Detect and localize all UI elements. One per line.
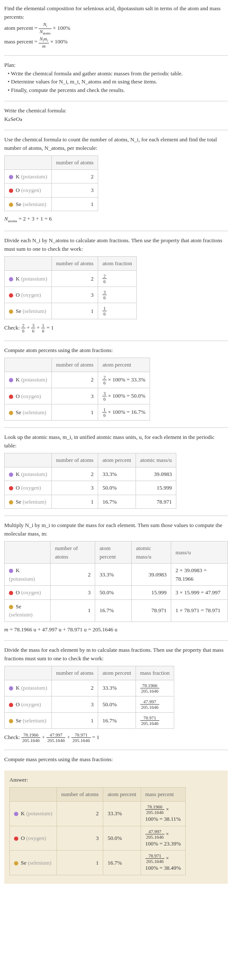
table-row: Se (selenium)116.7%78.9711 × 78.971 = 78… (5, 599, 228, 622)
element-swatch-icon (9, 175, 13, 179)
table-row: K (potassium)233.3%39.09832 × 39.0983 = … (5, 564, 228, 586)
col-header: number of atoms (52, 453, 98, 467)
formula-block: Write the chemical formula: K₂SeO₃ (4, 106, 228, 123)
col-header: atomic mass/u (132, 542, 171, 564)
col-header: number of atoms (52, 257, 98, 271)
element-swatch-icon (9, 605, 13, 609)
mult-table: number of atomsatom percentatomic mass/u… (4, 541, 228, 622)
table-row: K (potassium)226 (5, 270, 137, 287)
col-header: number of atoms (51, 542, 95, 564)
answer-heading: Answer: (9, 776, 223, 784)
col-header: number of atoms (52, 666, 98, 680)
col-header: atom percent (98, 453, 136, 467)
col-header: number of atoms (57, 788, 103, 802)
table-row: K (potassium)233.3%78.1966205.1646 × 100… (10, 801, 186, 826)
plan-item: • Write the chemical formula and gather … (4, 69, 228, 78)
atomfrac-block: Divide each N_i by N_atoms to calculate … (4, 236, 228, 333)
divider (4, 516, 228, 516)
table-row: Se (selenium)116.7%78.971205.1646 × 100%… (10, 851, 186, 875)
table-row: O (oxygen)350.0%47.997205.1646 (5, 696, 174, 712)
chemical-formula: K₂SeO₃ (4, 115, 228, 123)
element-swatch-icon (9, 378, 13, 382)
col-header: atomic mass/u (136, 453, 176, 467)
table-row: Se (selenium)116.7%78.971205.1646 (5, 712, 174, 728)
col-header: atom fraction (98, 257, 137, 271)
divider (4, 101, 228, 101)
element-swatch-icon (9, 277, 13, 281)
col-header: atom percent (95, 542, 132, 564)
massfrac-heading: Divide the mass for each element by m to… (4, 646, 228, 662)
element-swatch-icon (9, 411, 13, 415)
answer-box: Answer: number of atomsatom percentmass … (4, 771, 228, 884)
n-atoms-total: Natoms = 2 + 3 + 1 = 6 (4, 215, 228, 224)
plan-heading: Plan: (4, 61, 228, 69)
table-row: O (oxygen)3 (5, 183, 98, 198)
element-swatch-icon (14, 812, 18, 816)
intro-block: Find the elemental composition for selen… (4, 4, 228, 49)
divider (4, 750, 228, 750)
massfrac-check: Check: 78.1966205.1646 + 47.997205.1646 … (4, 732, 228, 743)
divider (4, 640, 228, 641)
mass-table: number of atomsatom percentatomic mass/u… (4, 453, 176, 509)
element-swatch-icon (9, 203, 13, 207)
col-header: mass/u (171, 542, 228, 564)
element-swatch-icon (9, 591, 13, 595)
col-header: atom percent (98, 666, 136, 680)
atompct-table: number of atomsatom percent K (potassium… (4, 358, 150, 421)
element-swatch-icon (14, 861, 18, 865)
divider (4, 341, 228, 341)
element-swatch-icon (9, 309, 13, 314)
plan-item: • Finally, compute the percents and chec… (4, 86, 228, 95)
table-row: Se (selenium)116.7%78.971 (5, 495, 176, 509)
mult-heading: Multiply N_i by m_i to compute the mass … (4, 521, 228, 538)
massfrac-block: Divide the mass for each element by m to… (4, 646, 228, 743)
table-row: K (potassium)233.3%39.0983 (5, 467, 176, 481)
element-swatch-icon (9, 486, 13, 490)
atomfrac-heading: Divide each N_i by N_atoms to calculate … (4, 236, 228, 253)
mass-percent-formula: mass percent = Nimim × 100% (4, 36, 228, 49)
col-header: number of atoms (52, 358, 98, 372)
element-swatch-icon (9, 189, 13, 193)
table-row: K (potassium)226 × 100% = 33.3% (5, 372, 150, 388)
col-header: atom percent (98, 358, 150, 372)
table-row: O (oxygen)350.0%15.999 (5, 481, 176, 495)
col-header: number of atoms (52, 156, 98, 170)
molecular-mass-total: m = 78.1966 u + 47.997 u + 78.971 u = 20… (4, 625, 228, 634)
divider (4, 231, 228, 231)
count-heading: Use the chemical formula to count the nu… (4, 135, 228, 152)
atompct-block: Compute atom percents using the atom fra… (4, 346, 228, 421)
atomfrac-table: number of atomsatom fraction K (potassiu… (4, 256, 137, 319)
table-row: K (potassium)2 (5, 169, 98, 183)
table-row: O (oxygen)350.0%47.997205.1646 × 100% = … (10, 826, 186, 851)
count-block: Use the chemical formula to count the nu… (4, 135, 228, 224)
col-header: atom percent (103, 788, 141, 802)
atom-percent-formula: atom percent = NiNatoms × 100% (4, 22, 228, 35)
col-header: mass fraction (136, 666, 174, 680)
element-swatch-icon (9, 719, 13, 723)
mass-block: Look up the atomic mass, m_i, in unified… (4, 433, 228, 509)
atompct-heading: Compute atom percents using the atom fra… (4, 346, 228, 355)
table-row: O (oxygen)336 × 100% = 50.0% (5, 388, 150, 404)
element-swatch-icon (9, 500, 13, 504)
table-row: K (potassium)233.3%78.1966205.1646 (5, 680, 174, 696)
element-swatch-icon (9, 293, 13, 298)
table-row: Se (selenium)116 × 100% = 16.7% (5, 404, 150, 420)
plan-block: Plan: • Write the chemical formula and g… (4, 61, 228, 94)
intro-text: Find the elemental composition for selen… (4, 4, 228, 21)
count-table: number of atoms K (potassium)2 O (oxygen… (4, 155, 98, 211)
divider (4, 427, 228, 428)
divider (4, 130, 228, 130)
element-swatch-icon (9, 395, 13, 399)
masspct-block: Compute mass percents using the mass fra… (4, 755, 228, 764)
element-swatch-icon (9, 686, 13, 691)
mass-heading: Look up the atomic mass, m_i, in unified… (4, 433, 228, 450)
formula-heading: Write the chemical formula: (4, 106, 228, 115)
massfrac-table: number of atomsatom percentmass fraction… (4, 666, 174, 729)
table-row: O (oxygen)336 (5, 287, 137, 303)
masspct-heading: Compute mass percents using the mass fra… (4, 755, 228, 764)
element-swatch-icon (14, 837, 18, 841)
table-row: Se (selenium)116 (5, 303, 137, 319)
table-row: Se (selenium)1 (5, 197, 98, 211)
mult-block: Multiply N_i by m_i to compute the mass … (4, 521, 228, 633)
answer-table: number of atomsatom percentmass percent … (9, 787, 186, 875)
